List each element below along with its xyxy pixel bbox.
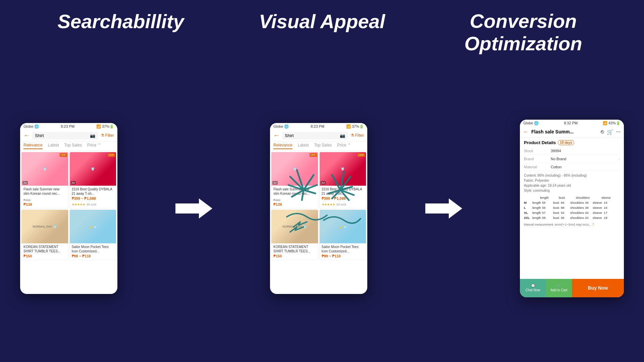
product-card-2-1[interactable]: OFF Ad 👕 Flash sale Summer new slim Kore…	[271, 152, 318, 208]
pd-measurement-note: Manual measurement, error(+-1~3cm) may o…	[524, 222, 620, 227]
tab-relevance[interactable]: Relevance	[23, 143, 43, 149]
tab-latest-2[interactable]: Latest	[298, 143, 309, 149]
pd-header: ← Flash sale Summ... ⎋ 🛒 ···	[520, 127, 624, 137]
product-title-1: Flash sale Summer new slim Korean round …	[23, 187, 66, 196]
back-arrow-2[interactable]: ←	[273, 132, 279, 139]
chat-now-label: Chat Now	[526, 288, 540, 292]
chat-now-btn[interactable]: 💬 Chat Now	[520, 279, 546, 297]
svg-marker-0	[175, 198, 212, 219]
pd-desc-line-2: Fabric: Polyester	[524, 178, 620, 183]
tab-relevance-2[interactable]: Relevance	[273, 143, 292, 149]
product-img-1: OFF Ad 👕	[21, 152, 68, 186]
back-arrow-1[interactable]: ←	[23, 132, 30, 139]
buy-now-label: Buy Now	[588, 285, 608, 291]
headings-row: Searchabillity Visual Appeal ConversionO…	[0, 0, 644, 55]
phone-section-conversion: Globe 🌐 8:32 PM 📶 43%🔋 ← Flash sale Summ…	[520, 120, 624, 297]
add-to-cart-btn[interactable]: 🛒 Add to Cart	[546, 279, 572, 297]
pd-brand-value: No Brand	[551, 157, 619, 161]
pd-material-row: Material Cotton	[524, 163, 620, 171]
product-img-3: NORMAL DAY 👕	[21, 210, 68, 243]
tab-latest[interactable]: Latest	[48, 143, 59, 149]
pd-section-title: Product Details 19 days	[524, 140, 620, 145]
pd-header-icons: ⎋ 🛒 ···	[601, 129, 621, 135]
time-1: 8:23 PM	[61, 124, 74, 129]
product-card-1[interactable]: OFF Ad 👕 Flash sale Summer new slim Kore…	[21, 152, 68, 208]
svg-marker-19	[425, 198, 462, 219]
filter-btn-1[interactable]: ⚗ Filter	[101, 133, 114, 138]
product-card-4[interactable]: 🌙 👕 Sailor Moon Pocket Tees Icon Customi…	[69, 209, 117, 260]
product-card-2-3[interactable]: NORMAL DAY 👕 KOREAN STATEMENT SHIRT TUMB…	[271, 209, 318, 260]
more-icon[interactable]: ···	[616, 129, 621, 135]
pd-brand-label: Brand	[524, 157, 551, 161]
pd-back-arrow[interactable]: ←	[523, 129, 529, 135]
img-text-1: 👕	[43, 167, 47, 171]
price-range-4: ₱99 ~ ₱110	[72, 254, 114, 258]
phone-tabs-1: Relevance Latest Top Sales Price ⌃	[20, 141, 117, 151]
product-img-2: OFF Ad 👕	[70, 152, 116, 186]
time-2: 8:23 PM	[311, 124, 324, 129]
share-icon[interactable]: ⎋	[601, 129, 604, 135]
pd-stock-row: Stock 39994	[524, 147, 620, 155]
buy-now-btn[interactable]: Buy Now	[572, 279, 624, 297]
size-col-shoulders: shoulders	[576, 196, 593, 199]
tab-top-sales-2[interactable]: Top Sales	[314, 143, 332, 149]
off-badge-2: OFF	[108, 153, 115, 157]
filter-btn-2[interactable]: ⚗ Filter	[351, 133, 364, 138]
main-layout: Searchabillity Visual Appeal ConversionO…	[0, 0, 644, 362]
add-to-cart-label: Add to Cart	[550, 288, 568, 292]
tab-price[interactable]: Price ⌃	[87, 143, 101, 149]
search-input-2[interactable]: Shirt 📷	[282, 132, 348, 139]
tab-price-2[interactable]: Price ⌃	[337, 143, 351, 149]
pd-desc-line-1: Content: 86% (including) - 95% (includin…	[524, 173, 620, 178]
tab-top-sales[interactable]: Top Sales	[64, 143, 82, 149]
pd-size-row-2xl: 2XL length 58 bust 96 shoulders 42 sleev…	[524, 215, 620, 220]
filter-icon: ⚗	[101, 133, 104, 138]
cart-icon-footer: 🛒	[557, 284, 561, 288]
pd-title-text: Flash sale Summ...	[531, 129, 598, 134]
search-bar-1: ← Shirt 📷 ⚗ Filter	[20, 130, 117, 141]
product-card-2[interactable]: OFF Ad 👕 1516 Best Quality DYBALA 21 awa…	[69, 152, 117, 208]
arrow-2	[424, 197, 464, 220]
carrier-1: Globe 🌐	[23, 124, 39, 129]
heading-searchability: Searchabillity	[20, 10, 221, 33]
phone-section-searchability: Globe 🌐 8:23 PM 📶 37%🔋 ← Shirt 📷 ⚗ Filte…	[20, 123, 117, 294]
search-input-1[interactable]: Shirt 📷	[32, 132, 98, 139]
product-card-3[interactable]: NORMAL DAY 👕 KOREAN STATEMENT SHIRT TUMB…	[21, 209, 68, 260]
product-detail-frame: Globe 🌐 8:32 PM 📶 43%🔋 ← Flash sale Summ…	[520, 120, 624, 297]
product-img-4: 🌙 👕	[70, 210, 116, 243]
arrow-svg-1	[175, 197, 212, 220]
pd-brand-row: Brand No Brand ›	[524, 155, 620, 163]
ad-badge-2: Ad	[71, 181, 76, 185]
heading-visual-appeal: Visual Appeal	[221, 10, 423, 33]
product-img-2-4: 🌙 👕	[320, 210, 366, 243]
pd-size-header: length bust shoulders sleeve	[524, 195, 620, 200]
filter-icon-2: ⚗	[351, 133, 354, 138]
pd-battery: 📶 43%🔋	[603, 121, 621, 125]
camera-icon-2: 📷	[340, 133, 345, 138]
pd-material-value: Cotton	[551, 165, 620, 169]
products-grid-2: OFF Ad 👕 Flash sale Summer new slim Kore…	[270, 151, 367, 261]
price-old-1: ₱350	[23, 198, 31, 202]
camera-icon: 📷	[90, 133, 95, 138]
pd-brand-chevron: ›	[619, 157, 620, 161]
search-bar-2: ← Shirt 📷 ⚗ Filter	[270, 130, 367, 141]
pd-stock-value: 39994	[551, 149, 620, 153]
product-info-2: 1516 Best Quality DYBALA 21 away T-sh...…	[70, 186, 116, 208]
pd-body: Product Details 19 days Stock 39994 Bran…	[520, 137, 624, 229]
phones-row: Globe 🌐 8:23 PM 📶 37%🔋 ← Shirt 📷 ⚗ Filte…	[0, 55, 644, 362]
chat-icon: 💬	[531, 284, 535, 288]
img-text-4: 🌙 👕	[89, 225, 97, 228]
battery-1: 📶 37%🔋	[96, 124, 114, 129]
search-text-2: Shirt	[285, 133, 294, 138]
pd-desc-line-3: Applicable age: 18-24 years old	[524, 183, 620, 188]
product-card-2-4[interactable]: 🌙 👕 Sailor Moon Pocket Tees Icon Customi…	[319, 209, 367, 260]
status-bar-1: Globe 🌐 8:23 PM 📶 37%🔋	[20, 123, 117, 130]
product-card-2-2[interactable]: OFF Ad 👕 1516 Best Quality DYBALA 21 awa…	[319, 152, 367, 208]
off-badge-1: OFF	[60, 153, 67, 157]
cart-icon[interactable]: 🛒	[607, 129, 613, 135]
price-range-2: ₱399 ~ ₱1,088	[72, 196, 114, 201]
phone-frame-1: Globe 🌐 8:23 PM 📶 37%🔋 ← Shirt 📷 ⚗ Filte…	[20, 123, 117, 294]
img-text-3: NORMAL DAY 👕	[33, 225, 57, 228]
pd-status-bar: Globe 🌐 8:32 PM 📶 43%🔋	[520, 120, 624, 127]
product-title-3: KOREAN STATEMENT SHIRT TUMBLR TEES...	[23, 245, 66, 253]
